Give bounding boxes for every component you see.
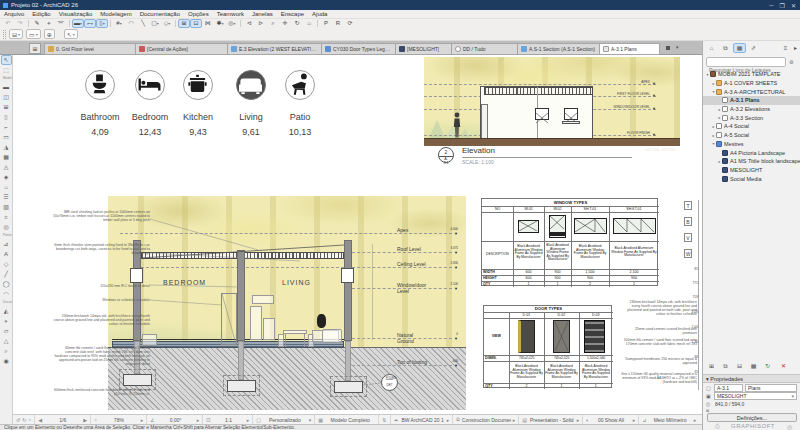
layers-icon[interactable]: ⊞ xyxy=(178,19,190,28)
new-subset-icon[interactable]: ⧉ xyxy=(719,361,732,371)
beam-tool[interactable]: ⌐ xyxy=(1,122,12,132)
zoom-area-tool[interactable]: ⌕ xyxy=(1,346,12,356)
toolbar-drag-handle[interactable] xyxy=(3,30,6,39)
layer-combination-selector[interactable]: ⧉Construction Document...▸ xyxy=(453,415,519,425)
beam-tool-icon[interactable]: ⌐▾ xyxy=(84,19,96,28)
dimension-tool[interactable]: ⊿ xyxy=(1,239,12,249)
menu-teamwork[interactable]: Teamwork xyxy=(213,11,248,17)
close-icon[interactable]: ✕ xyxy=(791,2,796,9)
fill-tool[interactable]: ◇ xyxy=(1,259,12,269)
tree-item-architectural[interactable]: ▾A-3 A-ARCHITECTURAL xyxy=(703,87,800,96)
layout-book-icon[interactable]: ▦ xyxy=(733,43,746,53)
model-view-options-selector[interactable]: ▤Presentation - Solid▸ xyxy=(519,415,583,425)
layout-name-field[interactable]: Plans xyxy=(745,384,797,392)
detail-tool[interactable]: ◭ xyxy=(1,306,12,316)
menu-enscape[interactable]: Enscape xyxy=(277,11,308,17)
circle-tool[interactable]: ◯ xyxy=(1,279,12,289)
printer-icon[interactable]: ⎙ xyxy=(715,423,720,430)
curtain-wall-tool[interactable]: ⌗ xyxy=(1,212,12,222)
lamp-tool[interactable]: ◎ xyxy=(1,222,12,232)
fit-option[interactable]: ▢Personalizado▾ xyxy=(253,415,315,425)
layout-id-field[interactable]: A-3.1 xyxy=(714,384,743,392)
layout-pager[interactable]: ◀1/6▶ xyxy=(35,415,91,425)
tree-item-a5-social[interactable]: ▸A-5 Social xyxy=(703,131,800,140)
tree-item-plans-selected[interactable]: A-3.1 Plans xyxy=(703,96,800,105)
scale-control[interactable]: ⊡1:1▸ xyxy=(203,415,253,425)
rotation-control[interactable]: ∠0,00°▸ xyxy=(147,415,203,425)
camera-tool[interactable]: ▱ xyxy=(1,326,12,336)
tab-door-legend[interactable]: CY030 Door Types Legend (CY030 D... xyxy=(322,43,396,55)
window-tool[interactable]: ⊞ xyxy=(1,102,12,112)
pan-icon[interactable]: ✛ xyxy=(279,19,291,28)
menu-ajuda[interactable]: Ajuda xyxy=(308,11,331,17)
layout-search[interactable] xyxy=(706,57,786,67)
menu-modelagem[interactable]: Modelagem xyxy=(96,11,135,17)
marquee-tool[interactable]: ⬚ xyxy=(1,65,12,75)
arc-tool[interactable]: ◠ xyxy=(1,289,12,299)
tab-plans-active[interactable]: A-3.1 Plans xyxy=(600,43,660,55)
project-chooser-icon[interactable]: ⌂ xyxy=(705,43,718,53)
tree-item-root[interactable]: ▾MOBIM 2021 TEMPLATE xyxy=(703,70,800,79)
mesh-tool[interactable]: ▦ xyxy=(1,152,12,162)
tree-item-a4-social[interactable]: ▸A-4 Social xyxy=(703,122,800,131)
marker-tool[interactable]: △ xyxy=(1,336,12,346)
open-settings-icon[interactable]: ▦ xyxy=(747,361,760,371)
show-all-selector[interactable]: ◐00 Show All▸ xyxy=(583,415,639,425)
publisher-icon[interactable]: ⇗ xyxy=(747,43,760,53)
panel-menu-icon[interactable]: ≡ xyxy=(781,43,790,53)
menu-visualizacao[interactable]: Visualização xyxy=(55,11,97,17)
tree-item-elevations[interactable]: ▸A-3.2 Elevations xyxy=(703,105,800,114)
orientation-toggle[interactable]: ⇅ xyxy=(379,415,391,425)
railing-tool[interactable]: ▥ xyxy=(1,202,12,212)
pen-icon[interactable]: ✎ xyxy=(31,19,43,28)
arrow-tool[interactable]: ↖ xyxy=(1,55,12,65)
master-dropdown[interactable]: MESOLIGHT▾ xyxy=(714,392,797,400)
tree-item-mesolight[interactable]: MESOLIGHT xyxy=(703,166,800,175)
layer-widget[interactable]: ⊟ ▾ xyxy=(9,29,23,39)
wall-tool-icon[interactable]: ▬▾ xyxy=(72,19,84,28)
search-gear-icon[interactable]: ⚙ xyxy=(789,59,793,65)
pick-parameters-icon[interactable]: ⌖ xyxy=(43,19,55,28)
project-map-icon[interactable]: ⧉ xyxy=(719,43,732,53)
arrow-mode-widget[interactable]: ↖ ▾ xyxy=(64,29,78,39)
orbit-icon[interactable]: ↻ xyxy=(291,19,303,28)
roof-tool[interactable]: ◮ xyxy=(1,142,12,152)
zoom-level-control[interactable]: ⌕78%▸ xyxy=(91,415,147,425)
text-tool[interactable]: A xyxy=(1,249,12,259)
home-icon[interactable]: ⌂ xyxy=(303,19,315,28)
tree-item-a4-pictoria[interactable]: A4 Pictoria Landscape xyxy=(703,148,800,157)
hotspot-tool[interactable]: ◉ xyxy=(1,356,12,366)
worksheet-tool[interactable]: ⌖ xyxy=(1,316,12,326)
dimension-icon[interactable]: ⊡ xyxy=(190,19,202,28)
update-icon[interactable]: ↻ xyxy=(761,361,774,371)
column-tool[interactable]: ▯ xyxy=(1,112,12,122)
wall-tool[interactable]: ▬ xyxy=(1,82,12,92)
panel-expand-icon[interactable]: ▸ xyxy=(791,43,800,53)
render-r-icon[interactable]: R xyxy=(332,19,344,28)
morph-tool[interactable]: ◈ xyxy=(1,172,12,182)
stair-tool[interactable]: ☰ xyxy=(1,192,12,202)
box-icon[interactable]: ▢▾ xyxy=(149,19,161,28)
menu-arquivo[interactable]: Arquivo xyxy=(0,11,28,17)
tree-item-social-media[interactable]: Social Media xyxy=(703,174,800,183)
new-master-icon[interactable]: ⊟ xyxy=(733,361,746,371)
tab-dd-tudo[interactable]: DD / Tudo xyxy=(452,43,518,55)
maximize-icon[interactable]: ❐ xyxy=(780,2,785,9)
tab-section[interactable]: A.S-1 Section (A.S-1 Section) xyxy=(518,43,600,55)
tree-item-mestres[interactable]: ▾Mestres xyxy=(703,140,800,149)
new-layout-icon[interactable]: ⊞ xyxy=(705,361,718,371)
grid-snap-icon[interactable]: #▾ xyxy=(113,19,125,28)
menu-opcoes[interactable]: Opções xyxy=(184,11,213,17)
shell-tool[interactable]: ◬ xyxy=(1,162,12,172)
inject-parameters-icon[interactable]: ⌤ xyxy=(55,19,67,28)
properties-header[interactable]: ▾ Propriedades xyxy=(703,374,800,383)
tree-item-section[interactable]: ▸A-3.3 Section xyxy=(703,113,800,122)
sync-icon[interactable]: ⟳ xyxy=(344,19,356,28)
door-tool[interactable]: ◫ xyxy=(1,92,12,102)
geometry-widget[interactable]: ▭ ▾ xyxy=(26,29,41,39)
next-view-icon[interactable]: ⊳ xyxy=(255,19,267,28)
menu-edicao[interactable]: Edição xyxy=(28,11,54,17)
tab-central-acoes[interactable]: [Central de Ações] xyxy=(136,43,228,55)
minimize-icon[interactable]: ─ xyxy=(769,2,773,9)
column-tool-icon[interactable]: ▯▾ xyxy=(96,19,108,28)
